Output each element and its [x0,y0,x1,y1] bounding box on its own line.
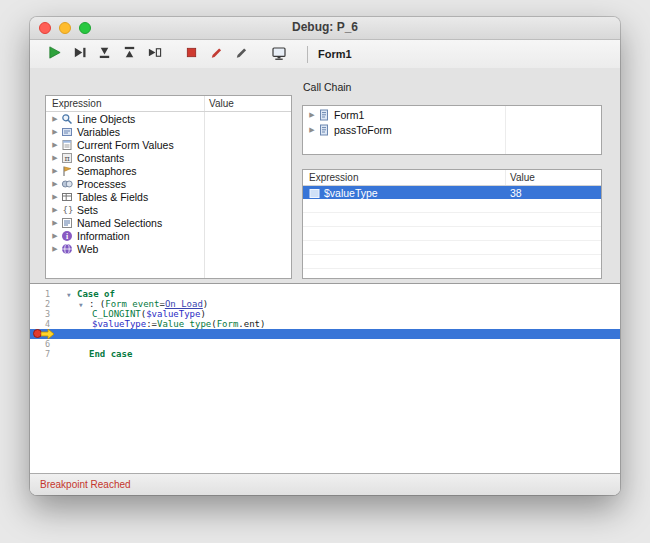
line-number[interactable]: 3 [30,309,50,319]
disclosure-triangle-icon[interactable]: ▶ [50,219,60,227]
open-debug-window-button[interactable] [270,46,287,63]
disclosure-triangle-icon[interactable]: ▶ [307,126,317,134]
tree-item-line-objects[interactable]: ▶ Line Objects [46,112,291,125]
disclosure-triangle-icon[interactable]: ▶ [50,115,60,123]
code-token: := [146,319,157,329]
titlebar[interactable]: Debug: P_6 [30,17,620,40]
minimize-button[interactable] [59,22,71,34]
code-token: Form event [105,299,159,309]
code-line[interactable]: 4 $valueType:=Value type(Form.ent) [30,319,620,329]
watch-expression: $valueType [324,187,378,199]
code-line[interactable]: 3 C_LONGINT($valueType) [30,309,620,319]
step-over-button[interactable] [71,46,88,63]
call-chain-item-form1[interactable]: ▶ Form1 [303,108,601,121]
disclosure-triangle-icon[interactable]: ▶ [50,154,60,162]
disclosure-triangle-icon[interactable]: ▶ [50,206,60,214]
code-line[interactable]: 6 [30,339,620,349]
disclosure-triangle-icon[interactable]: ▶ [50,141,60,149]
tree-item-named-selections[interactable]: ▶ Named Selections [46,216,291,229]
close-button[interactable] [39,22,51,34]
named-selections-icon [61,217,73,229]
sets-icon: {} [61,204,73,216]
watch-panel: Expression Value $valueType 38 [302,169,602,279]
call-chain-label: passToForm [334,124,392,136]
continue-button[interactable] [46,46,63,63]
code-token: On Load [165,299,203,309]
line-number[interactable]: 4 [30,319,50,329]
code-token: C_LONGINT [92,309,141,319]
play-icon [47,45,62,63]
watch-panel-header: Expression Value [303,170,601,186]
tree-item-sets[interactable]: ▶ {} Sets [46,203,291,216]
code-editor[interactable]: 1 ▼ Case of 2 ▼ : (Form event=On Load) 3… [30,283,620,480]
watch-empty-rows[interactable] [303,199,601,278]
disclosure-triangle-icon[interactable]: ▶ [307,111,317,119]
form-values-icon [61,139,73,151]
toolbar-context-label: Form1 [318,48,352,60]
code-text: Case of [77,289,115,299]
tree-item-semaphores[interactable]: ▶ Semaphores [46,164,291,177]
abort-and-edit-button[interactable] [208,46,225,63]
code-token: Case of [77,289,115,299]
tree-item-tables-fields[interactable]: ▶ Tables & Fields [46,190,291,203]
code-token: : ( [89,299,105,309]
debug-toolbar: Form1 [30,40,620,69]
code-text: : (Form event=On Load) [89,299,208,309]
status-text: Breakpoint Reached [40,479,131,490]
line-number[interactable]: 7 [30,349,50,359]
line-number[interactable]: 2 [30,299,50,309]
tree-item-information[interactable]: ▶ i Information [46,229,291,242]
code-line[interactable]: 2 ▼ : (Form event=On Load) [30,299,620,309]
code-text: End case [89,349,132,359]
expression-panel: Expression Value ▶ Line Objects ▶ Variab… [45,95,292,279]
code-line[interactable]: 7 End case [30,349,620,359]
red-pencil-icon [209,45,224,63]
disclosure-triangle-icon[interactable]: ▶ [50,167,60,175]
step-into-icon [97,45,112,63]
web-icon [61,243,73,255]
expression-panel-header: Expression Value [46,96,291,112]
code-token: .ent) [238,319,265,329]
column-header-expression: Expression [309,172,358,183]
status-bar: Breakpoint Reached [30,473,620,495]
code-text: C_LONGINT($valueType) [92,309,206,319]
edit-button[interactable] [233,46,250,63]
tree-item-label: Tables & Fields [77,191,148,203]
step-into-button[interactable] [96,46,113,63]
disclosure-triangle-icon[interactable]: ▶ [50,128,60,136]
step-into-process-button[interactable] [146,46,163,63]
code-line[interactable]: 1 ▼ Case of [30,289,620,299]
disclosure-triangle-icon[interactable]: ▶ [50,180,60,188]
column-divider [505,106,506,154]
disclosure-triangle-icon[interactable]: ▶ [50,232,60,240]
line-number[interactable]: 6 [30,339,50,349]
tree-item-constants[interactable]: ▶ π Constants [46,151,291,164]
tree-item-label: Variables [77,126,120,138]
method-icon [318,109,330,121]
tree-item-current-form-values[interactable]: ▶ Current Form Values [46,138,291,151]
disclosure-triangle-icon[interactable]: ▶ [50,193,60,201]
current-execution-line[interactable] [30,329,620,339]
processes-icon [61,178,73,190]
line-number[interactable]: 1 [30,289,50,299]
tree-item-web[interactable]: ▶ Web [46,242,291,255]
stop-icon [184,45,199,63]
tree-item-label: Constants [77,152,124,164]
code-token: $valueType [146,309,200,319]
call-chain-item-passtoform[interactable]: ▶ passToForm [303,123,601,136]
tree-item-variables[interactable]: ▶ Variables [46,125,291,138]
tree-item-processes[interactable]: ▶ Processes [46,177,291,190]
pencil-icon [234,45,249,63]
step-out-icon [122,45,137,63]
column-header-value: Value [510,172,535,183]
information-icon: i [61,230,73,242]
disclosure-triangle-icon[interactable]: ▶ [50,245,60,253]
step-out-button[interactable] [121,46,138,63]
call-chain-label: Form1 [334,109,364,121]
tree-item-label: Line Objects [77,113,135,125]
code-token: $valueType [92,319,146,329]
zoom-button[interactable] [79,22,91,34]
semaphore-icon [61,165,73,177]
abort-button[interactable] [183,46,200,63]
watch-row-valuetype[interactable]: $valueType 38 [303,186,601,200]
